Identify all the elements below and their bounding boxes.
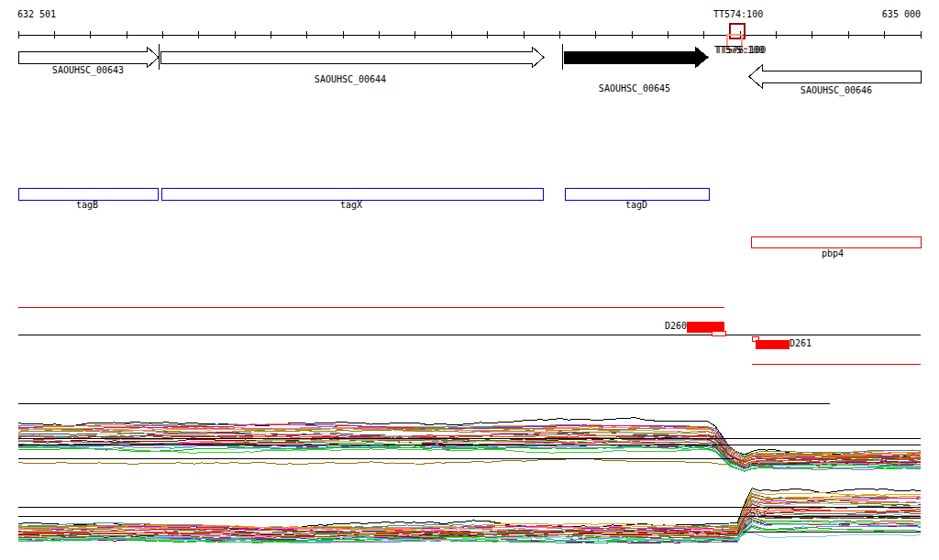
gene-label-pbp4: pbp4 [822,249,844,258]
tag-label-tagb: tagB [76,201,98,210]
gene-arrow-saouhsc_00644[interactable] [160,47,544,68]
gene-label-saouhsc-00643: SAOUHSC_00643 [52,66,124,75]
gene-label-saouhsc-00644: SAOUHSC_00644 [315,75,386,84]
feature-box-tagD[interactable] [565,188,709,200]
gene-label-saouhsc-00645: SAOUHSC_00645 [599,84,670,93]
deletion-label-d260: D260 [665,322,687,331]
tag-label-tagd: tagD [625,201,647,210]
feature-box-tagX[interactable] [161,188,543,200]
tag-label-tagx: tagX [340,201,362,210]
gene-arrow-saouhsc_00645[interactable] [564,47,708,68]
feature-box-tagB[interactable] [18,188,158,200]
deletion-box-d260[interactable] [687,322,724,332]
coverage-line [18,447,921,471]
gene-label-saouhsc-00646: SAOUHSC_00646 [801,86,872,95]
feature-box-pbp4[interactable] [751,236,921,247]
deletion-label-d261: D261 [790,339,812,348]
ruler-end-coordinate: 635 000 [882,10,921,19]
marker-tt576-label: TT576:100 [716,46,766,55]
deletion-box-d261[interactable] [756,340,789,348]
ruler-start-coordinate: 632 501 [17,10,56,19]
deletion-box-d260[interactable] [712,331,725,335]
marker-tt574-label: TT574:100 [713,10,763,19]
genome-canvas [0,0,939,560]
genome-browser-window: { "header": { "coord_start": "632 501", … [0,0,939,560]
